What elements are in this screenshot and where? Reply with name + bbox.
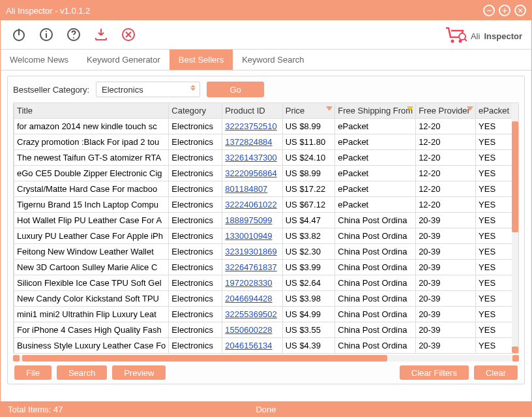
cell-price: US $2.30	[282, 244, 335, 260]
table-row[interactable]: for amazon 2014 new kindle touch scElect…	[14, 119, 518, 134]
cell-product-id: 2046156134	[222, 338, 282, 354]
cell-shipping: ePacket	[335, 197, 416, 213]
cell-provider: 20-39	[416, 338, 476, 354]
product-id-link[interactable]: 1372824884	[225, 137, 272, 147]
table-row[interactable]: The newest Taifun GT-S atomizer RTAElect…	[14, 150, 518, 166]
search-button[interactable]: Search	[57, 365, 107, 380]
close-button[interactable]: ×	[514, 5, 526, 16]
table-row[interactable]: Feitong New Window Leather WalletElectro…	[14, 244, 518, 260]
col-title[interactable]: Title	[14, 103, 169, 119]
tab-keyword-generator[interactable]: Keyword Generator	[78, 50, 170, 70]
help-icon[interactable]	[65, 25, 83, 44]
tab-welcome-news[interactable]: Welcome News	[1, 50, 78, 70]
cell-provider: 12-20	[416, 134, 476, 150]
scroll-corner-right	[512, 355, 519, 362]
product-id-link[interactable]: 1330010949	[225, 231, 272, 241]
product-id-link[interactable]: 32255369502	[225, 309, 277, 319]
clear-button[interactable]: Clear	[474, 365, 518, 380]
download-icon[interactable]	[92, 25, 110, 44]
vertical-scroll-handle[interactable]	[512, 121, 518, 232]
table-row[interactable]: For iPhone 4 Cases High Quality FashElec…	[14, 322, 518, 338]
table-row[interactable]: eGo CE5 Double Zipper Electronic CigElec…	[14, 166, 518, 181]
product-id-link[interactable]: 1972028330	[225, 278, 272, 288]
col-category[interactable]: Category	[169, 103, 222, 119]
cell-title: The newest Taifun GT-S atomizer RTA	[14, 150, 169, 166]
cell-price: US $11.80	[282, 134, 335, 150]
cell-category: Electronics	[169, 291, 222, 307]
table-row[interactable]: Tigernu Brand 15 Inch Laptop CompuElectr…	[14, 197, 518, 213]
tab-keyword-search[interactable]: Keyword Search	[233, 50, 313, 70]
cell-shipping: ePacket	[335, 181, 416, 197]
go-button[interactable]: Go	[207, 82, 264, 97]
product-id-link[interactable]: 1888975099	[225, 215, 272, 225]
category-dropdown[interactable]: Electronics	[96, 82, 200, 97]
cell-price: US $3.99	[282, 260, 335, 275]
filter-icon[interactable]	[467, 106, 473, 111]
cell-shipping: ePacket	[335, 134, 416, 150]
clear-filters-button[interactable]: Clear Filters	[400, 365, 469, 380]
product-id-link[interactable]: 801184807	[225, 184, 267, 194]
cell-shipping: China Post Ordina	[335, 291, 416, 307]
filter-icon[interactable]	[326, 106, 332, 111]
results-table-wrap: Title Category Product ID Price Free Shi…	[13, 102, 519, 354]
file-button[interactable]: File	[14, 365, 52, 380]
cell-title: Crazy promotion :Black For ipad 2 tou	[14, 134, 169, 150]
status-total: Total Items: 47	[8, 405, 63, 414]
col-product-id[interactable]: Product ID	[222, 103, 282, 119]
cell-provider: 20-39	[416, 213, 476, 228]
table-row[interactable]: mini1 mini2 Ultrathin Flip Luxury LeatEl…	[14, 307, 518, 322]
product-id-link[interactable]: 32261437300	[225, 153, 277, 162]
maximize-button[interactable]: +	[499, 5, 510, 16]
horizontal-scroll-handle[interactable]	[22, 355, 387, 362]
cell-price: US $67.12	[282, 197, 335, 213]
cell-category: Electronics	[169, 260, 222, 275]
preview-button[interactable]: Preview	[112, 365, 166, 380]
scroll-corner-bottom	[512, 347, 518, 353]
table-row[interactable]: New Candy Color Kickstand Soft TPUElectr…	[14, 291, 518, 307]
power-icon[interactable]	[10, 25, 28, 44]
cell-product-id: 32220956864	[222, 166, 282, 181]
table-row[interactable]: New 3D Cartoon Sulley Marie Alice CElect…	[14, 260, 518, 275]
cell-product-id: 32319301869	[222, 244, 282, 260]
filter-icon[interactable]	[407, 106, 413, 111]
cell-price: US $3.82	[282, 228, 335, 244]
cell-price: US $4.39	[282, 338, 335, 354]
table-row[interactable]: Luxury PU Leather Case For Apple iPhElec…	[14, 228, 518, 244]
table-row[interactable]: Silicon Flexible Ice Case TPU Soft GelEl…	[14, 275, 518, 291]
product-id-link[interactable]: 2046694428	[225, 294, 272, 303]
product-id-link[interactable]: 32224061022	[225, 200, 277, 209]
table-row[interactable]: Hot Wallet Flip PU Leather Case For AEle…	[14, 213, 518, 228]
product-id-link[interactable]: 32264761837	[225, 262, 277, 272]
col-free-provider[interactable]: Free Provider	[416, 103, 476, 119]
horizontal-scrollbar[interactable]	[13, 355, 519, 362]
status-bar: Total Items: 47 Done	[0, 401, 532, 417]
cell-title: for amazon 2014 new kindle touch sc	[14, 119, 169, 134]
cell-shipping: China Post Ordina	[335, 228, 416, 244]
cell-title: mini1 mini2 Ultrathin Flip Luxury Leat	[14, 307, 169, 322]
col-price[interactable]: Price	[282, 103, 335, 119]
product-id-link[interactable]: 32220956864	[225, 168, 277, 178]
table-row[interactable]: Business Style Luxury Leather Case FoEle…	[14, 338, 518, 354]
cancel-icon[interactable]	[119, 25, 138, 44]
cell-price: US $2.64	[282, 275, 335, 291]
cell-product-id: 1550600228	[222, 322, 282, 338]
product-id-link[interactable]: 32319301869	[225, 247, 277, 256]
product-id-link[interactable]: 2046156134	[225, 341, 272, 350]
table-header-row: Title Category Product ID Price Free Shi…	[14, 103, 518, 119]
table-row[interactable]: Crazy promotion :Black For ipad 2 touEle…	[14, 134, 518, 150]
status-state: Done	[256, 405, 276, 414]
cell-title: Tigernu Brand 15 Inch Laptop Compu	[14, 197, 169, 213]
cell-title: Feitong New Window Leather Wallet	[14, 244, 169, 260]
cell-shipping: China Post Ordina	[335, 322, 416, 338]
minimize-button[interactable]: −	[483, 5, 495, 16]
cell-provider: 20-39	[416, 307, 476, 322]
cell-shipping: China Post Ordina	[335, 307, 416, 322]
info-icon[interactable]	[37, 25, 55, 44]
table-row[interactable]: Crystal/Matte Hard Case For macbooElectr…	[14, 181, 518, 197]
product-id-link[interactable]: 1550600228	[225, 325, 272, 335]
tab-best-sellers[interactable]: Best Sellers	[170, 50, 233, 70]
col-free-shipping[interactable]: Free Shipping From	[335, 103, 416, 119]
vertical-scrollbar[interactable]	[512, 103, 518, 353]
scroll-corner-left	[13, 355, 20, 362]
product-id-link[interactable]: 32223752510	[225, 121, 277, 131]
